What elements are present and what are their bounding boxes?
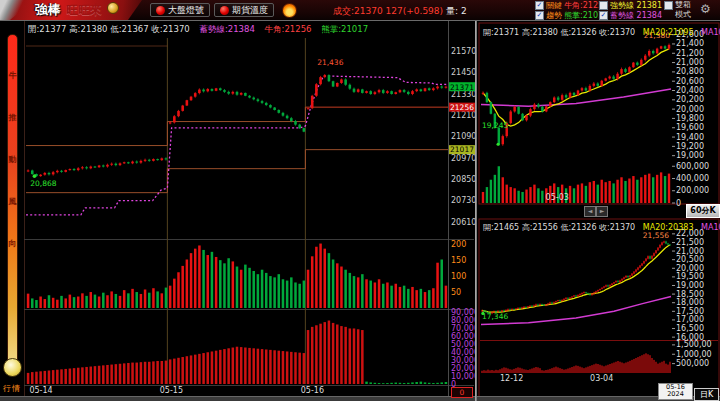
chart-label: 21,000 [676,58,704,67]
main-intraday-chart[interactable]: 2157021450213302121021090209702085020730… [24,20,476,401]
candle-body [573,93,575,95]
candle-body [535,304,536,305]
volume-bar [589,182,591,203]
chart-label: 21210 [451,111,476,120]
volume-bar [635,358,636,373]
checkbox-icon[interactable]: ✓ [599,11,608,20]
volume-bar [64,369,67,384]
volume-bar [336,263,339,308]
candle-body [609,285,610,286]
annotation-dot [481,312,484,315]
candle-body [640,60,642,65]
volume-bar [428,383,431,384]
volume-bar [625,363,626,374]
volume-bar [282,279,285,308]
daily-kline-button[interactable]: 日K [694,388,719,401]
volume-bar [365,382,368,384]
candle-body [513,107,515,112]
candle-body [106,165,109,167]
candle-body [525,307,526,308]
futures-temperature-label: 期貨溫度 [232,4,268,16]
candle-body [445,87,448,88]
pan-right-button[interactable]: ► [596,206,608,217]
candle-body [531,306,532,307]
candle-body [557,300,558,301]
market-signal-button[interactable]: 大盤燈號 [150,3,210,17]
dual-box-toggle[interactable]: 雙箱 模式 [664,0,691,20]
volume-bar [186,260,189,308]
checkbox-icon[interactable]: ✓ [535,11,544,20]
candle-body [294,121,297,125]
key-level-toggle[interactable]: ✓ 關鍵 牛角:21256 [535,1,608,10]
volume-bar [399,383,402,384]
candle-body [407,92,410,94]
volume-bar [85,296,88,308]
volume-bar [597,364,598,373]
volume-bar [436,383,439,384]
volume-bar [177,272,180,308]
candle-body [482,93,484,94]
volume-bar [551,368,552,373]
candle-body [64,170,67,172]
checkbox-icon[interactable] [664,1,673,10]
volume-bar [529,187,531,203]
candle-body [657,248,658,251]
volume-bar [563,370,564,373]
volume-bar [273,277,276,308]
volume-bar [541,370,542,373]
candle-body [257,99,260,101]
60min-period-badge[interactable]: 60分K [686,204,720,218]
candle-body [571,297,572,298]
candle-body [399,90,402,92]
volume-bar [539,368,540,373]
candle-body [173,116,176,122]
candle-body [110,164,113,165]
candle-body [290,118,293,121]
chart-label: 21090 [451,132,476,141]
candle-body [601,81,603,86]
volume-bar [652,177,654,203]
candle-body [277,110,280,113]
candle-body [577,295,578,296]
zero-indicator-badge: 0 [451,387,473,398]
candle-body [323,75,326,77]
volume-bar [144,289,147,308]
volume-bar [135,363,138,384]
futures-temperature-button[interactable]: 期貨溫度 [214,3,274,17]
daily-ma100: MA100:18082 [701,223,720,232]
storage-line-toggle[interactable]: ✓ 蓄勢線 21384 [599,11,662,20]
volume-bar [432,383,435,384]
volume-bar [278,351,281,384]
candle-body [603,287,604,288]
volume-bar [252,348,255,384]
candle-body [527,306,528,307]
panel-divider[interactable] [475,20,477,401]
volume-bar [211,351,214,384]
candle-body [647,256,648,258]
candle-body [639,266,640,268]
candle-body [232,92,235,94]
candle-body [541,107,543,112]
pan-left-button[interactable]: ◄ [584,206,596,217]
volume-bar [332,260,335,308]
volume-bar [543,371,544,373]
candle-body [390,91,393,94]
candle-body [569,93,571,98]
candle-body [513,309,514,310]
candle-body [428,88,431,90]
annotation-dot [33,174,37,178]
volume-bar [140,294,143,308]
date-picker-box[interactable]: 05-16 2024 [658,383,693,400]
candle-body [365,91,368,93]
logo-text-sub: 旺旺來 [66,2,102,19]
volume-bar [612,183,614,203]
checkbox-icon[interactable] [599,1,608,10]
volume-bar [573,366,574,373]
strong-line-toggle[interactable]: 強勢線 21381 [599,1,662,10]
trend-level-toggle[interactable]: ✓ 趨勢 熊掌:21017 [535,11,608,20]
volume-bar [378,383,381,384]
chart-label: 200 [451,240,466,249]
checkbox-icon[interactable]: ✓ [535,1,544,10]
volume-bar [420,382,423,384]
gear-icon[interactable]: ⚙ [700,2,711,16]
